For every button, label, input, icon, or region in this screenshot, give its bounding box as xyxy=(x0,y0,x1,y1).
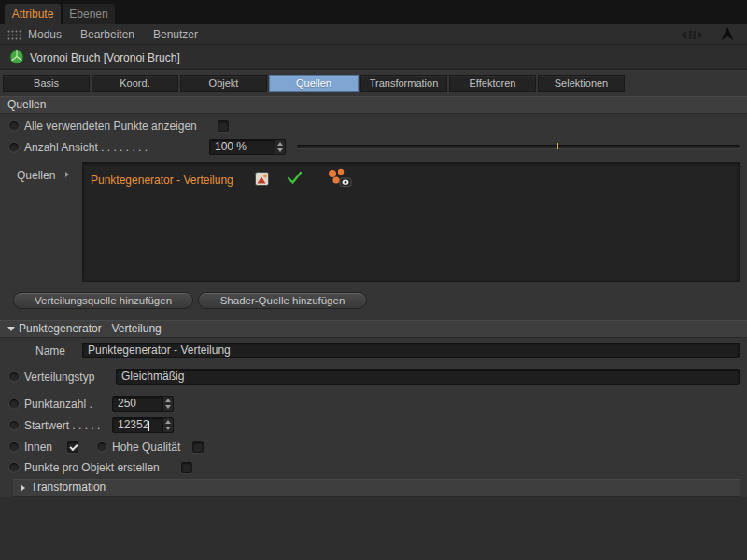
distribution-type-value: Gleichmäßig xyxy=(121,370,184,383)
expand-arrow-icon[interactable] xyxy=(21,484,25,492)
inside-checkbox[interactable] xyxy=(67,441,78,453)
distribution-type-label: Verteilungstyp xyxy=(24,371,94,384)
add-distribution-source-button[interactable]: Verteilungsquelle hinzufügen xyxy=(13,292,193,309)
list-item[interactable]: Punktegenerator - Verteilung xyxy=(91,174,233,187)
slider-handle[interactable] xyxy=(557,143,558,149)
quellen-list-arrow-icon[interactable] xyxy=(65,172,69,177)
distribution-type-dropdown[interactable]: Gleichmäßig xyxy=(116,369,740,385)
menubar: Modus Bearbeiten Benutzer xyxy=(0,24,747,45)
transformation-group-title: Transformation xyxy=(31,481,106,494)
tab-quellen[interactable]: Quellen xyxy=(269,75,359,92)
compare-ab-icon[interactable] xyxy=(678,30,706,43)
stepper-down-icon[interactable] xyxy=(165,427,171,430)
tab-transformation[interactable]: Transformation xyxy=(360,75,447,92)
count-view-stepper[interactable] xyxy=(275,140,285,154)
seed-input[interactable]: 12352 xyxy=(112,417,174,433)
name-value: Punktegenerator - Verteilung xyxy=(88,343,231,357)
points-per-object-label: Punkte pro Objekt erstellen xyxy=(24,461,160,474)
quellen-list-label: Quellen xyxy=(17,169,55,182)
stepper-up-icon[interactable] xyxy=(165,420,171,424)
points-per-object-checkbox[interactable] xyxy=(181,462,192,473)
transformation-group-header[interactable]: Transformation xyxy=(13,479,740,497)
param-circle-icon[interactable] xyxy=(9,442,19,452)
text-caret xyxy=(148,421,149,431)
point-count-label: Punktanzahl . xyxy=(24,398,92,411)
stepper-down-icon[interactable] xyxy=(165,405,171,409)
tab-objekt[interactable]: Objekt xyxy=(180,75,267,92)
count-view-dropdown[interactable]: 100 % xyxy=(209,139,286,155)
param-circle-icon[interactable] xyxy=(9,372,19,382)
empty-panel-area xyxy=(0,497,747,560)
add-shader-source-button[interactable]: Shader-Quelle hinzufügen xyxy=(198,292,367,309)
high-quality-checkbox[interactable] xyxy=(192,441,204,453)
stepper-up-icon[interactable] xyxy=(165,399,171,402)
count-view-slider[interactable] xyxy=(297,145,740,148)
param-circle-icon[interactable] xyxy=(9,421,19,430)
stepper-up-icon[interactable] xyxy=(277,142,283,146)
enabled-check-icon[interactable] xyxy=(287,171,303,188)
point-count-value: 250 xyxy=(118,397,136,410)
stepper-down-icon[interactable] xyxy=(277,148,283,152)
shader-preview-icon[interactable] xyxy=(255,172,269,189)
name-label: Name xyxy=(35,344,65,357)
seed-stepper[interactable] xyxy=(162,418,173,432)
tab-attribute[interactable]: Attribute xyxy=(5,4,61,24)
voronoi-object-icon xyxy=(9,49,24,67)
param-circle-icon[interactable] xyxy=(9,399,19,409)
attribute-manager-panel: Attribute Ebenen Modus Bearbeiten Benutz… xyxy=(0,0,747,560)
param-circle-icon[interactable] xyxy=(9,121,19,131)
object-header: Voronoi Bruch [Voronoi Bruch] xyxy=(0,45,747,70)
high-quality-label: Hohe Qualität xyxy=(112,441,180,454)
generator-group-header[interactable]: Punktegenerator - Verteilung xyxy=(0,320,747,338)
tab-koord[interactable]: Koord. xyxy=(92,75,178,92)
collapse-arrow-icon[interactable] xyxy=(7,327,15,331)
quellen-group-header[interactable]: Quellen xyxy=(0,96,747,114)
tab-basis[interactable]: Basis xyxy=(3,75,90,92)
quellen-listbox[interactable]: Punktegenerator - Verteilung xyxy=(82,162,740,282)
count-view-value: 100 % xyxy=(215,140,247,153)
menu-benutzer[interactable]: Benutzer xyxy=(153,28,198,41)
cursor-arrow-icon[interactable] xyxy=(721,27,734,44)
menu-modus[interactable]: Modus xyxy=(28,28,62,41)
param-circle-icon[interactable] xyxy=(97,442,106,452)
panel-grip-icon[interactable] xyxy=(7,30,21,43)
param-circle-icon[interactable] xyxy=(9,143,19,152)
point-count-input[interactable]: 250 xyxy=(112,396,174,412)
count-view-label: Anzahl Ansicht . . . . . . . . xyxy=(24,141,148,154)
name-input[interactable]: Punktegenerator - Verteilung xyxy=(82,343,740,358)
generator-group-title: Punktegenerator - Verteilung xyxy=(19,322,162,335)
tab-selektionen[interactable]: Selektionen xyxy=(538,75,625,92)
show-points-label: Alle verwendeten Punkte anzeigen xyxy=(24,119,197,133)
inside-label: Innen xyxy=(24,441,52,454)
quellen-group-title: Quellen xyxy=(7,98,46,111)
seed-value: 12352 xyxy=(118,418,148,431)
menu-bearbeiten[interactable]: Bearbeiten xyxy=(80,28,134,41)
point-count-stepper[interactable] xyxy=(162,397,173,411)
show-points-checkbox[interactable] xyxy=(218,120,229,132)
object-title: Voronoi Bruch [Voronoi Bruch] xyxy=(30,51,180,64)
param-circle-icon[interactable] xyxy=(9,463,19,472)
seed-label: Startwert . . . . . xyxy=(24,419,100,432)
tab-ebenen[interactable]: Ebenen xyxy=(63,4,115,24)
distribution-preview-icon[interactable] xyxy=(326,168,352,190)
tab-effektoren[interactable]: Effektoren xyxy=(449,75,536,92)
